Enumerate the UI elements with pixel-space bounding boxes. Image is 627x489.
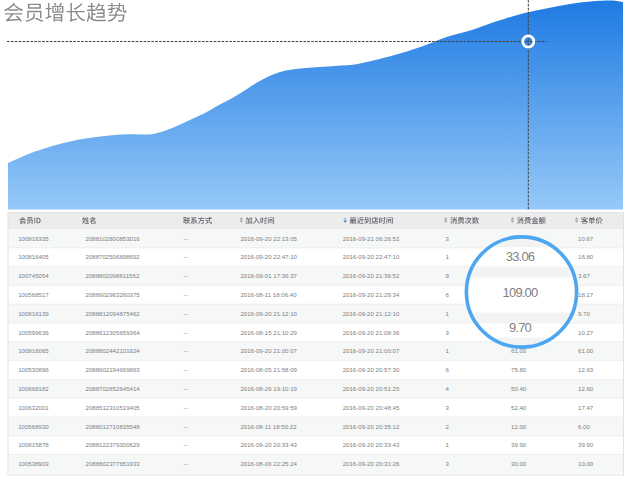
svg-text:2016-09-01 17:36:37: 2016-09-01 17:36:37 xyxy=(240,272,297,279)
svg-text:33.06: 33.06 xyxy=(506,249,535,264)
svg-text:2016-09-20 20:33:43: 2016-09-20 20:33:43 xyxy=(240,441,297,448)
svg-text:--: -- xyxy=(184,253,188,260)
svg-text:2016-09-20 22:47:10: 2016-09-20 22:47:10 xyxy=(240,253,297,260)
svg-text:100745054: 100745054 xyxy=(18,272,49,279)
svg-text:100816335: 100816335 xyxy=(18,235,49,242)
svg-text:--: -- xyxy=(184,366,188,373)
svg-text:--: -- xyxy=(184,423,188,430)
svg-text:100538903: 100538903 xyxy=(18,460,49,467)
svg-text:100816065: 100816065 xyxy=(18,347,49,354)
svg-text:2016-09-20 21:00:07: 2016-09-20 21:00:07 xyxy=(240,347,297,354)
svg-text:2016-09-20 20:35:12: 2016-09-20 20:35:12 xyxy=(343,423,400,430)
svg-text:2088802098611562: 2088802098611562 xyxy=(86,272,140,279)
svg-text:2088102800853016: 2088102800853016 xyxy=(86,235,141,242)
svg-text:2016-09-20 21:08:36: 2016-09-20 21:08:36 xyxy=(343,329,400,336)
svg-text:--: -- xyxy=(184,347,188,354)
svg-text:100632001: 100632001 xyxy=(18,404,49,411)
svg-text:2016-09-20 20:33:43: 2016-09-20 20:33:43 xyxy=(343,441,400,448)
svg-text:12.60: 12.60 xyxy=(578,385,594,392)
svg-text:2016-09-20 20:31:26: 2016-09-20 20:31:26 xyxy=(343,460,400,467)
svg-text:2016-09-21 06:26:52: 2016-09-21 06:26:52 xyxy=(343,235,400,242)
svg-text:100816139: 100816139 xyxy=(18,310,49,317)
svg-text:--: -- xyxy=(184,235,188,242)
svg-text:2016-08-15 21:10:29: 2016-08-15 21:10:29 xyxy=(240,329,297,336)
svg-text:2088812094875462: 2088812094875462 xyxy=(86,310,141,317)
svg-text:100816405: 100816405 xyxy=(18,253,49,260)
svg-text:75.80: 75.80 xyxy=(511,366,527,373)
svg-text:2016-08-06 22:25:24: 2016-08-06 22:25:24 xyxy=(240,460,297,467)
svg-text:2088612305659364: 2088612305659364 xyxy=(86,329,141,336)
svg-text:2088122379300629: 2088122379300629 xyxy=(86,441,141,448)
svg-text:12.00: 12.00 xyxy=(511,423,527,430)
svg-text:16.80: 16.80 xyxy=(578,253,594,260)
svg-text:--: -- xyxy=(184,310,188,317)
svg-text:2016-09-20 21:00:07: 2016-09-20 21:00:07 xyxy=(343,347,400,354)
svg-text:--: -- xyxy=(184,291,188,298)
svg-text:100815878: 100815878 xyxy=(18,441,49,448)
svg-text:2016-09-20 21:29:34: 2016-09-20 21:29:34 xyxy=(343,291,400,298)
svg-text:2088702506898692: 2088702506898692 xyxy=(86,253,141,260)
svg-text:2016-08-20 20:59:59: 2016-08-20 20:59:59 xyxy=(240,404,297,411)
svg-text:2088902963260375: 2088902963260375 xyxy=(86,291,141,298)
svg-text:9.70: 9.70 xyxy=(578,310,590,317)
svg-text:18.17: 18.17 xyxy=(578,291,594,298)
svg-text:39.90: 39.90 xyxy=(511,441,527,448)
svg-text:52.40: 52.40 xyxy=(511,404,527,411)
svg-text:--: -- xyxy=(184,441,188,448)
svg-text:17.47: 17.47 xyxy=(578,404,594,411)
svg-text:--: -- xyxy=(184,404,188,411)
svg-text:10.27: 10.27 xyxy=(578,329,594,336)
svg-text:100530896: 100530896 xyxy=(18,366,49,373)
svg-text:10.00: 10.00 xyxy=(578,460,594,467)
svg-text:2016-09-20 22:47:10: 2016-09-20 22:47:10 xyxy=(343,253,400,260)
svg-text:2088802442101624: 2088802442101624 xyxy=(86,347,141,354)
svg-text:100599636: 100599636 xyxy=(18,329,49,336)
svg-text:2088802377651933: 2088802377651933 xyxy=(86,460,141,467)
svg-text:30.00: 30.00 xyxy=(511,460,527,467)
svg-text:2016-08-05 21:58:09: 2016-08-05 21:58:09 xyxy=(240,366,297,373)
svg-text:2088602194669863: 2088602194669863 xyxy=(86,366,141,373)
svg-text:9.70: 9.70 xyxy=(509,320,532,335)
svg-text:--: -- xyxy=(184,329,188,336)
svg-text:2016-09-20 20:48:45: 2016-09-20 20:48:45 xyxy=(343,404,400,411)
svg-text:6.00: 6.00 xyxy=(578,423,590,430)
svg-text:10.67: 10.67 xyxy=(578,235,594,242)
svg-text:100568930: 100568930 xyxy=(18,423,49,430)
svg-text:100568517: 100568517 xyxy=(18,291,49,298)
svg-text:109.00: 109.00 xyxy=(503,285,539,300)
svg-text:2016-09-20 21:12:10: 2016-09-20 21:12:10 xyxy=(240,310,297,317)
svg-text:2016-08-26 19:10:19: 2016-08-26 19:10:19 xyxy=(240,385,297,392)
svg-text:2016-09-20 20:51:25: 2016-09-20 20:51:25 xyxy=(343,385,400,392)
svg-text:100668182: 100668182 xyxy=(18,385,49,392)
svg-text:2016-09-20 21:36:52: 2016-09-20 21:36:52 xyxy=(343,272,400,279)
svg-text:3.67: 3.67 xyxy=(578,272,590,279)
svg-text:--: -- xyxy=(184,272,188,279)
svg-text:2016-09-20 20:57:30: 2016-09-20 20:57:30 xyxy=(343,366,400,373)
svg-text:50.40: 50.40 xyxy=(511,385,527,392)
svg-text:2016-08-11 18:50:22: 2016-08-11 18:50:22 xyxy=(240,423,297,430)
svg-text:12.63: 12.63 xyxy=(578,366,594,373)
svg-text:2016-09-20 21:12:10: 2016-09-20 21:12:10 xyxy=(343,310,400,317)
svg-text:2016-08-11 18:06:40: 2016-08-11 18:06:40 xyxy=(240,291,297,298)
svg-text:61.00: 61.00 xyxy=(578,347,594,354)
svg-text:2088702652645414: 2088702652645414 xyxy=(86,385,141,392)
svg-text:39.90: 39.90 xyxy=(578,441,594,448)
svg-text:2088512310519405: 2088512310519405 xyxy=(86,404,141,411)
svg-text:2088012710835548: 2088012710835548 xyxy=(86,423,141,430)
svg-text:2016-09-20 22:13:05: 2016-09-20 22:13:05 xyxy=(240,235,297,242)
svg-text:--: -- xyxy=(184,385,188,392)
svg-text:--: -- xyxy=(184,460,188,467)
